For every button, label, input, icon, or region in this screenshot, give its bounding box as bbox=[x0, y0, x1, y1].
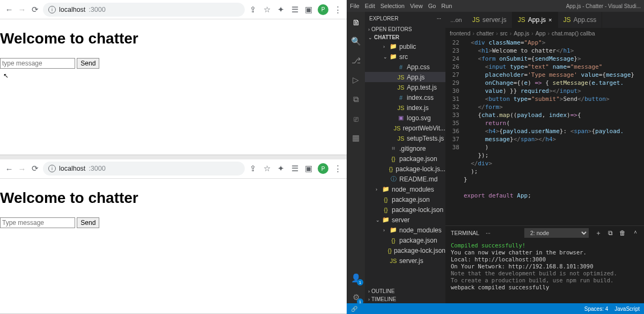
mouse-cursor-icon: ↖ bbox=[3, 72, 350, 79]
menu-run[interactable]: Run bbox=[441, 3, 452, 9]
file-index-js[interactable]: JSindex.js bbox=[365, 103, 445, 113]
extensions-icon[interactable]: ⧉ bbox=[350, 93, 362, 105]
file-reportwebvit-[interactable]: JSreportWebVit... bbox=[365, 123, 445, 133]
breadcrumbs[interactable]: frontend›chatter›src›App.js›App›chat.map… bbox=[445, 28, 644, 39]
tab-overflow[interactable]: ...on bbox=[445, 12, 467, 28]
run-debug-icon[interactable]: ▷ bbox=[350, 74, 362, 86]
close-icon[interactable]: × bbox=[548, 17, 552, 23]
status-lang[interactable]: JavaScript bbox=[614, 306, 640, 312]
terminal-more-icon[interactable]: ··· bbox=[486, 230, 491, 236]
address-bar[interactable]: i localhost:3000 bbox=[43, 162, 245, 176]
terminal-output[interactable]: Compiled successfully!You can now view c… bbox=[445, 240, 644, 303]
reload-icon[interactable]: ⟳ bbox=[30, 164, 40, 173]
split-terminal-icon[interactable]: ⧉ bbox=[608, 229, 613, 237]
panel-icon[interactable]: ▣ bbox=[304, 5, 313, 14]
menu-icon[interactable]: ⋮ bbox=[333, 164, 342, 173]
site-info-icon[interactable]: i bbox=[48, 165, 56, 172]
file-setuptests-js[interactable]: JSsetupTests.js bbox=[365, 133, 445, 143]
url-domain: localhost bbox=[59, 165, 85, 172]
tab-app-css[interactable]: JSApp.css bbox=[558, 12, 603, 28]
page-content-bottom: Welcome to chatter Send bbox=[0, 179, 347, 314]
toolbar-right-icons: ⇪ ☆ ✦ ☰ ▣ P ⋮ bbox=[248, 163, 342, 174]
explorer-icon[interactable]: 🗎 bbox=[350, 16, 362, 28]
folder-server[interactable]: ⌄📁server bbox=[365, 215, 445, 225]
file-readme-md[interactable]: ⓘREADME.md bbox=[365, 174, 445, 184]
file-package-json[interactable]: {}package.json bbox=[365, 194, 445, 205]
sidebar-header: EXPLORER ··· bbox=[365, 12, 445, 25]
file-package-lock-json[interactable]: {}package-lock.json bbox=[365, 245, 445, 255]
window-title: App.js - Chatter - Visual Studi... bbox=[566, 3, 641, 9]
timeline-section[interactable]: ›TIMELINE bbox=[365, 295, 445, 303]
editor-tabs: ...on JSserver.jsJSApp.js×JSApp.css bbox=[445, 12, 644, 28]
avatar[interactable]: P bbox=[318, 4, 328, 15]
folder-public[interactable]: ›📁public bbox=[365, 41, 445, 52]
reload-icon[interactable]: ⟳ bbox=[30, 5, 40, 14]
menu-icon[interactable]: ⋮ bbox=[333, 5, 342, 14]
extensions-icon[interactable]: ✦ bbox=[276, 5, 286, 14]
star-icon[interactable]: ☆ bbox=[262, 5, 272, 14]
share-icon[interactable]: ⇪ bbox=[248, 5, 258, 14]
file-package-json[interactable]: {}package.json bbox=[365, 235, 445, 245]
extensions-icon[interactable]: ✦ bbox=[276, 164, 286, 173]
file--gitignore[interactable]: ⌗.gitignore bbox=[365, 143, 445, 154]
file-package-lock-json[interactable]: {}package-lock.json bbox=[365, 205, 445, 215]
message-input[interactable] bbox=[0, 58, 75, 69]
code-content[interactable]: <div className="App"> <h1>Welcome to cha… bbox=[464, 39, 644, 225]
browser-window-top: ← → ⟳ i localhost:3000 ⇪ ☆ ✦ ☰ ▣ P ⋮ Wel… bbox=[0, 0, 347, 155]
browser-toolbar: ← → ⟳ i localhost:3000 ⇪ ☆ ✦ ☰ ▣ P ⋮ bbox=[0, 0, 347, 19]
maximize-icon[interactable]: ＾ bbox=[632, 229, 639, 238]
forward-icon[interactable]: → bbox=[17, 5, 27, 14]
menu-view[interactable]: View bbox=[410, 3, 423, 9]
back-icon[interactable]: ← bbox=[4, 5, 14, 14]
code-editor[interactable]: 2223242627293031323335363738 <div classN… bbox=[445, 39, 644, 225]
root-section[interactable]: ⌄CHATTER bbox=[365, 33, 445, 41]
terminal-tab[interactable]: TERMINAL bbox=[451, 230, 479, 236]
tab-server-js[interactable]: JSserver.js bbox=[467, 12, 513, 28]
forward-icon[interactable]: → bbox=[17, 164, 27, 173]
readlist-icon[interactable]: ☰ bbox=[290, 164, 299, 173]
menu-edit[interactable]: Edit bbox=[365, 3, 375, 9]
menu-go[interactable]: Go bbox=[428, 3, 436, 9]
file-server-js[interactable]: JSserver.js bbox=[365, 255, 445, 266]
tab-app-js[interactable]: JSApp.js× bbox=[513, 12, 558, 28]
folder-src[interactable]: ⌄📁src bbox=[365, 52, 445, 62]
send-button[interactable]: Send bbox=[77, 58, 99, 69]
trash-icon[interactable]: 🗑 bbox=[619, 229, 626, 237]
star-icon[interactable]: ☆ bbox=[262, 164, 272, 173]
file-index-css[interactable]: #index.css bbox=[365, 92, 445, 103]
remote-icon[interactable]: ⎚ bbox=[350, 113, 362, 125]
file-app-test-js[interactable]: JSApp.test.js bbox=[365, 82, 445, 92]
message-input[interactable] bbox=[0, 217, 75, 228]
new-terminal-icon[interactable]: ＋ bbox=[595, 229, 602, 238]
status-spaces[interactable]: Spaces: 4 bbox=[584, 306, 608, 312]
open-editors-section[interactable]: ›OPEN EDITORS bbox=[365, 25, 445, 33]
accounts-icon[interactable]: 👤 bbox=[350, 272, 362, 284]
menu-selection[interactable]: Selection bbox=[380, 3, 405, 9]
terminal-select[interactable]: 2: node bbox=[524, 228, 589, 238]
send-button[interactable]: Send bbox=[77, 217, 99, 228]
menu-file[interactable]: File bbox=[350, 3, 360, 9]
file-package-json[interactable]: {}package.json bbox=[365, 154, 445, 164]
editor-area: ...on JSserver.jsJSApp.js×JSApp.css fron… bbox=[445, 12, 644, 303]
share-icon[interactable]: ⇪ bbox=[248, 164, 258, 173]
file-package-lock-js-[interactable]: {}package-lock.js... bbox=[365, 164, 445, 174]
file-app-js[interactable]: JSApp.js bbox=[365, 72, 445, 82]
gear-icon[interactable]: ⚙ bbox=[350, 291, 362, 303]
file-app-css[interactable]: #App.css bbox=[365, 62, 445, 72]
outline-section[interactable]: ›OUTLINE bbox=[365, 287, 445, 295]
panel-icon[interactable]: ▣ bbox=[304, 164, 313, 173]
db-icon[interactable]: ▦ bbox=[350, 132, 362, 144]
status-remote-icon[interactable]: 🔗 bbox=[351, 306, 357, 312]
site-info-icon[interactable]: i bbox=[48, 6, 56, 13]
window-divider bbox=[0, 155, 347, 159]
file-logo-svg[interactable]: ▣logo.svg bbox=[365, 113, 445, 123]
folder-node_modules[interactable]: ›📁node_modules bbox=[365, 184, 445, 194]
readlist-icon[interactable]: ☰ bbox=[290, 5, 299, 14]
source-control-icon[interactable]: ⎇ bbox=[350, 55, 362, 67]
back-icon[interactable]: ← bbox=[4, 164, 14, 173]
address-bar[interactable]: i localhost:3000 bbox=[43, 3, 245, 17]
avatar[interactable]: P bbox=[318, 163, 328, 174]
folder-node_modules[interactable]: ›📁node_modules bbox=[365, 225, 445, 235]
sidebar-more-icon[interactable]: ··· bbox=[437, 16, 441, 21]
search-icon[interactable]: 🔍 bbox=[350, 35, 362, 47]
